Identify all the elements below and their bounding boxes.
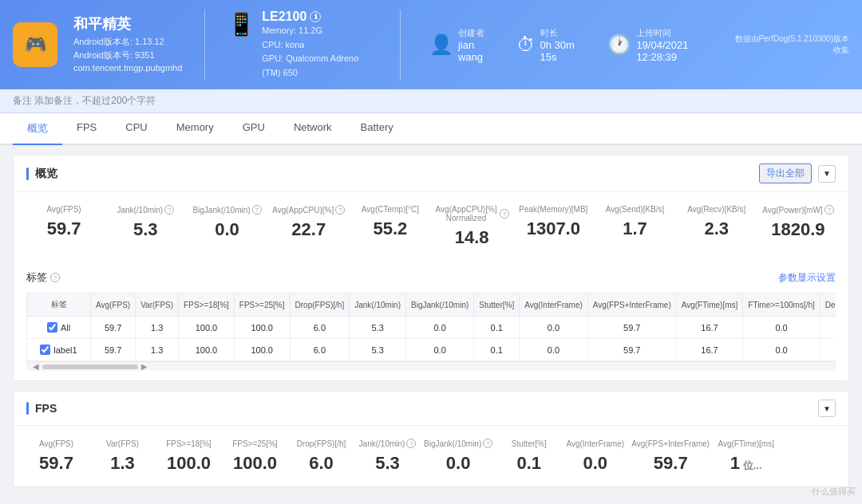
author-info: 创建者 jian wang bbox=[458, 27, 494, 63]
table-data-cell: 16.7 bbox=[676, 339, 743, 361]
scroll-right-arrow[interactable]: ▶ bbox=[138, 362, 151, 371]
app-android-version: Android版本名: 1.13.12 bbox=[73, 35, 182, 49]
stat-item: Avg(Recv)[KB/s] 2.3 bbox=[679, 205, 754, 248]
table-data-cell: 0.0 bbox=[820, 339, 836, 361]
scroll-thumb[interactable] bbox=[42, 364, 138, 369]
fps-actions: ▼ bbox=[818, 400, 836, 417]
fps-stat-item: Avg(FPS+InterFrame) 59.7 bbox=[631, 439, 710, 474]
duration-section: ⏱ 时长 0h 30m 15s bbox=[516, 27, 586, 63]
stat-item: BigJank(/10min)? 0.0 bbox=[189, 205, 264, 248]
tab-battery[interactable]: Battery bbox=[346, 113, 408, 145]
table-data-cell: 6.0 bbox=[290, 317, 350, 339]
fps-stat-help-icon[interactable]: ? bbox=[483, 439, 492, 448]
table-header-cell: Avg(FTime)[ms] bbox=[676, 293, 743, 317]
stat-item: Avg(AppCPU)[%]? 22.7 bbox=[271, 205, 346, 248]
table-data-cell: 0.0 bbox=[520, 339, 588, 361]
author-icon: 👤 bbox=[429, 33, 453, 56]
table-header-cell: Var(FPS) bbox=[136, 293, 179, 317]
stat-help-icon[interactable]: ? bbox=[252, 205, 262, 215]
tags-table-wrapper: 标签Avg(FPS)Var(FPS)FPS>=18[%]FPS>=25[%]Dr… bbox=[26, 293, 836, 361]
row-label: label1 bbox=[53, 345, 77, 355]
stat-help-icon[interactable]: ? bbox=[824, 205, 834, 215]
header-divider bbox=[204, 10, 205, 80]
table-data-cell: 0.1 bbox=[474, 339, 520, 361]
table-data-cell: 59.7 bbox=[91, 339, 136, 361]
fps-stat-item: Avg(FPS) 59.7 bbox=[26, 439, 86, 474]
app-package: com.tencent.tmgp.pubgmhd bbox=[73, 61, 182, 75]
remarks-placeholder: 备注 添加备注，不超过200个字符 bbox=[13, 95, 156, 106]
row-checkbox[interactable] bbox=[47, 322, 57, 333]
table-data-cell: 59.7 bbox=[91, 317, 136, 339]
app-name: 和平精英 bbox=[73, 14, 182, 33]
table-header-cell: Avg(InterFrame) bbox=[520, 293, 588, 317]
fps-dropdown-button[interactable]: ▼ bbox=[818, 400, 836, 417]
device-gpu: GPU: Qualcomm Adreno (TM) 650 bbox=[262, 52, 378, 80]
table-data-cell: 100.0 bbox=[234, 317, 290, 339]
fps-stat-value: 59.7 bbox=[26, 453, 86, 474]
stat-help-icon[interactable]: ? bbox=[164, 205, 174, 215]
tags-help-icon[interactable]: ? bbox=[50, 273, 60, 282]
table-header-cell: Stutter[%] bbox=[474, 293, 520, 317]
tab-network[interactable]: Network bbox=[279, 113, 346, 145]
table-scrollbar[interactable]: ◀ ▶ bbox=[26, 361, 836, 371]
stat-label: Jank(/10min)? bbox=[108, 205, 183, 215]
table-row: label159.71.3100.0100.06.05.30.00.10.059… bbox=[27, 339, 836, 361]
tab-fps[interactable]: FPS bbox=[62, 113, 111, 145]
stat-label: Peak(Memory)[MB] bbox=[516, 205, 591, 214]
table-data-cell: 5.3 bbox=[350, 339, 406, 361]
fps-stat-item: BigJank(/10min)? 0.0 bbox=[424, 439, 492, 474]
fps-stat-label: Drop(FPS)[/h] bbox=[291, 439, 351, 448]
upload-icon: 🕐 bbox=[607, 33, 631, 56]
fps-stat-value: 0.0 bbox=[565, 453, 625, 474]
fps-stat-value: 5.3 bbox=[358, 453, 417, 474]
device-name: LE2100 ℹ bbox=[262, 10, 378, 24]
export-all-button[interactable]: 导出全部 bbox=[759, 163, 812, 183]
clock-icon: ⏱ bbox=[516, 33, 536, 56]
tab-overview[interactable]: 概览 bbox=[13, 113, 62, 145]
table-data-cell: 0.0 bbox=[743, 317, 820, 339]
data-source: 数据由PerfDog(5.1.210300)版本收集 bbox=[733, 33, 849, 56]
table-header-cell: 标签 bbox=[27, 293, 91, 317]
fps-stat-value: 0.1 bbox=[499, 453, 559, 474]
stat-item: Avg(Power)[mW]? 1820.9 bbox=[761, 205, 836, 248]
overview-dropdown-button[interactable]: ▼ bbox=[818, 165, 836, 183]
table-data-cell: 1.3 bbox=[136, 317, 179, 339]
row-checkbox[interactable] bbox=[40, 345, 50, 355]
tab-memory[interactable]: Memory bbox=[162, 113, 228, 145]
stat-item: Avg(AppCPU)[%] Normalized? 14.8 bbox=[434, 205, 509, 248]
stat-help-icon[interactable]: ? bbox=[500, 209, 509, 219]
tab-gpu[interactable]: GPU bbox=[228, 113, 279, 145]
fps-stat-item: Stutter[%] 0.1 bbox=[499, 439, 559, 474]
device-section: 📱 LE2100 ℹ Memory: 11.2G CPU: kona GPU: … bbox=[227, 10, 378, 80]
stat-help-icon[interactable]: ? bbox=[335, 205, 345, 215]
app-icon: 🎮 bbox=[13, 22, 57, 67]
stat-value: 2.3 bbox=[679, 219, 754, 239]
table-data-cell: 0.0 bbox=[820, 317, 836, 339]
device-info-icon[interactable]: ℹ bbox=[310, 11, 321, 22]
stat-value: 1820.9 bbox=[761, 219, 836, 240]
fps-stat-item: FPS>=18[%] 100.0 bbox=[159, 439, 219, 474]
header: 🎮 和平精英 Android版本名: 1.13.12 Android版本号: 9… bbox=[0, 0, 862, 89]
fps-stat-help-icon[interactable]: ? bbox=[406, 439, 416, 448]
param-settings-link[interactable]: 参数显示设置 bbox=[778, 271, 836, 285]
stat-item: Avg(FPS) 59.7 bbox=[26, 205, 101, 248]
duration-value: 0h 30m 15s bbox=[540, 39, 586, 63]
table-data-cell: 0.0 bbox=[406, 317, 474, 339]
overview-header: 概览 导出全部 ▼ bbox=[14, 156, 848, 192]
scroll-left-arrow[interactable]: ◀ bbox=[30, 362, 42, 371]
stat-value: 0.0 bbox=[189, 219, 264, 240]
table-data-cell: 59.7 bbox=[587, 339, 676, 361]
stat-label: Avg(Send)[KB/s] bbox=[597, 205, 672, 214]
remarks-bar[interactable]: 备注 添加备注，不超过200个字符 bbox=[0, 89, 862, 113]
table-header-cell: BigJank(/10min) bbox=[406, 293, 474, 317]
tab-cpu[interactable]: CPU bbox=[111, 113, 161, 145]
fps-stats-grid: Avg(FPS) 59.7 Var(FPS) 1.3 FPS>=18[%] 10… bbox=[14, 426, 848, 486]
table-data-cell: 0.0 bbox=[743, 339, 820, 361]
fps-stat-label: Avg(FPS) bbox=[26, 439, 86, 448]
main-content: 概览 导出全部 ▼ Avg(FPS) 59.7 Jank(/10min)? 5.… bbox=[0, 145, 862, 504]
overview-title: 概览 bbox=[26, 167, 57, 181]
stat-value: 59.7 bbox=[26, 219, 101, 239]
fps-stat-value: 1 位... bbox=[716, 453, 776, 474]
fps-stat-item: Avg(FTime)[ms] 1 位... bbox=[716, 439, 776, 474]
stat-label: Avg(Power)[mW]? bbox=[761, 205, 836, 215]
